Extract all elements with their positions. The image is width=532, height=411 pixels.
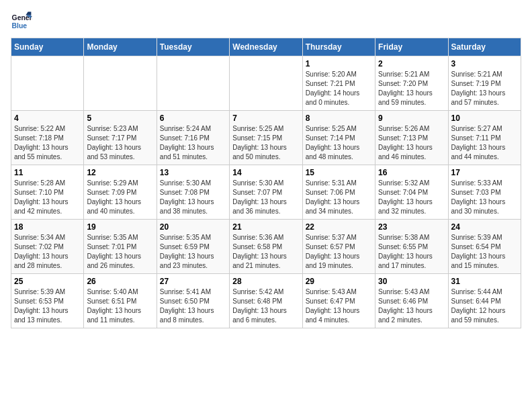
- day-number: 31: [451, 277, 518, 286]
- day-number: 3: [451, 59, 518, 68]
- calendar-header-row: SundayMondayTuesdayWednesdayThursdayFrid…: [11, 38, 521, 56]
- daylight-text: Daylight: 13 hours and 21 minutes.: [232, 252, 299, 271]
- calendar-cell: [157, 56, 229, 111]
- day-info: Sunrise: 5:35 AMSunset: 7:01 PMDaylight:…: [87, 233, 153, 271]
- daylight-text: Daylight: 13 hours and 57 minutes.: [451, 89, 518, 107]
- sunset-text: Sunset: 7:21 PM: [306, 79, 372, 89]
- sunset-text: Sunset: 7:07 PM: [232, 188, 299, 197]
- day-number: 14: [232, 168, 299, 177]
- day-number: 8: [306, 113, 372, 123]
- calendar-cell: 4Sunrise: 5:22 AMSunset: 7:18 PMDaylight…: [11, 111, 84, 165]
- calendar-cell: 15Sunrise: 5:31 AMSunset: 7:06 PMDayligh…: [302, 165, 375, 220]
- day-info: Sunrise: 5:34 AMSunset: 7:02 PMDaylight:…: [14, 233, 81, 271]
- sunset-text: Sunset: 7:09 PM: [87, 188, 153, 197]
- sunrise-text: Sunrise: 5:43 AM: [378, 287, 445, 297]
- sunset-text: Sunset: 6:46 PM: [378, 297, 445, 306]
- sunset-text: Sunset: 6:58 PM: [232, 242, 299, 252]
- sunset-text: Sunset: 7:20 PM: [378, 79, 445, 89]
- sunrise-text: Sunrise: 5:22 AM: [14, 124, 81, 134]
- daylight-text: Daylight: 13 hours and 13 minutes.: [14, 306, 81, 325]
- sunset-text: Sunset: 6:50 PM: [160, 297, 226, 306]
- calendar-cell: 12Sunrise: 5:29 AMSunset: 7:09 PMDayligh…: [84, 165, 157, 220]
- day-number: 16: [378, 168, 445, 177]
- calendar-cell: 18Sunrise: 5:34 AMSunset: 7:02 PMDayligh…: [11, 220, 84, 274]
- day-info: Sunrise: 5:33 AMSunset: 7:03 PMDaylight:…: [451, 179, 518, 216]
- sunrise-text: Sunrise: 5:29 AM: [87, 179, 153, 188]
- day-number: 19: [87, 222, 153, 232]
- day-info: Sunrise: 5:23 AMSunset: 7:17 PMDaylight:…: [87, 124, 153, 162]
- day-number: 23: [378, 222, 445, 232]
- daylight-text: Daylight: 13 hours and 28 minutes.: [14, 252, 81, 271]
- day-info: Sunrise: 5:43 AMSunset: 6:46 PMDaylight:…: [378, 287, 445, 325]
- day-info: Sunrise: 5:43 AMSunset: 6:47 PMDaylight:…: [306, 287, 372, 325]
- sunset-text: Sunset: 7:11 PM: [451, 134, 518, 143]
- sunrise-text: Sunrise: 5:40 AM: [87, 287, 153, 297]
- calendar-cell: 26Sunrise: 5:40 AMSunset: 6:51 PMDayligh…: [84, 274, 157, 328]
- sunset-text: Sunset: 6:57 PM: [306, 242, 372, 252]
- daylight-text: Daylight: 13 hours and 44 minutes.: [451, 143, 518, 162]
- calendar-cell: 22Sunrise: 5:37 AMSunset: 6:57 PMDayligh…: [302, 220, 375, 274]
- sunset-text: Sunset: 6:47 PM: [306, 297, 372, 306]
- sunrise-text: Sunrise: 5:34 AM: [14, 233, 81, 242]
- daylight-text: Daylight: 13 hours and 19 minutes.: [306, 252, 372, 271]
- sunrise-text: Sunrise: 5:28 AM: [14, 179, 81, 188]
- sunset-text: Sunset: 7:15 PM: [232, 134, 299, 143]
- sunrise-text: Sunrise: 5:41 AM: [160, 287, 226, 297]
- sunrise-text: Sunrise: 5:38 AM: [378, 233, 445, 242]
- sunset-text: Sunset: 6:54 PM: [451, 242, 518, 252]
- page-header: General Blue: [11, 11, 521, 32]
- daylight-text: Daylight: 13 hours and 40 minutes.: [87, 197, 153, 216]
- sunrise-text: Sunrise: 5:35 AM: [87, 233, 153, 242]
- day-info: Sunrise: 5:38 AMSunset: 6:55 PMDaylight:…: [378, 233, 445, 271]
- calendar-cell: 21Sunrise: 5:36 AMSunset: 6:58 PMDayligh…: [230, 220, 302, 274]
- day-number: 15: [306, 168, 372, 177]
- day-info: Sunrise: 5:28 AMSunset: 7:10 PMDaylight:…: [14, 179, 81, 216]
- sunset-text: Sunset: 7:08 PM: [160, 188, 226, 197]
- daylight-text: Daylight: 13 hours and 23 minutes.: [160, 252, 226, 271]
- daylight-text: Daylight: 13 hours and 17 minutes.: [378, 252, 445, 271]
- calendar-week-2: 4Sunrise: 5:22 AMSunset: 7:18 PMDaylight…: [11, 111, 521, 165]
- svg-text:Blue: Blue: [12, 22, 28, 30]
- calendar-cell: 16Sunrise: 5:32 AMSunset: 7:04 PMDayligh…: [375, 165, 448, 220]
- sunset-text: Sunset: 7:18 PM: [14, 134, 81, 143]
- sunrise-text: Sunrise: 5:42 AM: [232, 287, 299, 297]
- sunrise-text: Sunrise: 5:25 AM: [306, 124, 372, 134]
- weekday-header-monday: Monday: [84, 38, 157, 56]
- sunrise-text: Sunrise: 5:20 AM: [306, 70, 372, 79]
- sunset-text: Sunset: 7:10 PM: [14, 188, 81, 197]
- day-number: 29: [306, 277, 372, 286]
- calendar-cell: 1Sunrise: 5:20 AMSunset: 7:21 PMDaylight…: [302, 56, 375, 111]
- calendar-cell: 2Sunrise: 5:21 AMSunset: 7:20 PMDaylight…: [375, 56, 448, 111]
- day-number: 1: [306, 59, 372, 68]
- logo: General Blue: [11, 11, 35, 32]
- calendar-cell: [84, 56, 157, 111]
- day-info: Sunrise: 5:25 AMSunset: 7:15 PMDaylight:…: [232, 124, 299, 162]
- day-info: Sunrise: 5:24 AMSunset: 7:16 PMDaylight:…: [160, 124, 226, 162]
- sunset-text: Sunset: 6:53 PM: [14, 297, 81, 306]
- sunrise-text: Sunrise: 5:32 AM: [378, 179, 445, 188]
- sunset-text: Sunset: 7:04 PM: [378, 188, 445, 197]
- daylight-text: Daylight: 13 hours and 51 minutes.: [160, 143, 226, 162]
- day-number: 11: [14, 168, 81, 177]
- sunset-text: Sunset: 6:59 PM: [160, 242, 226, 252]
- daylight-text: Daylight: 13 hours and 55 minutes.: [14, 143, 81, 162]
- day-number: 13: [160, 168, 226, 177]
- calendar-cell: 9Sunrise: 5:26 AMSunset: 7:13 PMDaylight…: [375, 111, 448, 165]
- calendar-cell: 17Sunrise: 5:33 AMSunset: 7:03 PMDayligh…: [448, 165, 521, 220]
- day-info: Sunrise: 5:21 AMSunset: 7:20 PMDaylight:…: [378, 70, 445, 107]
- calendar-cell: 6Sunrise: 5:24 AMSunset: 7:16 PMDaylight…: [157, 111, 229, 165]
- day-info: Sunrise: 5:44 AMSunset: 6:44 PMDaylight:…: [451, 287, 518, 325]
- calendar-cell: 27Sunrise: 5:41 AMSunset: 6:50 PMDayligh…: [157, 274, 229, 328]
- daylight-text: Daylight: 13 hours and 2 minutes.: [378, 306, 445, 325]
- daylight-text: Daylight: 13 hours and 38 minutes.: [160, 197, 226, 216]
- weekday-header-thursday: Thursday: [302, 38, 375, 56]
- calendar-table: SundayMondayTuesdayWednesdayThursdayFrid…: [11, 38, 521, 328]
- day-info: Sunrise: 5:29 AMSunset: 7:09 PMDaylight:…: [87, 179, 153, 216]
- day-info: Sunrise: 5:22 AMSunset: 7:18 PMDaylight:…: [14, 124, 81, 162]
- sunrise-text: Sunrise: 5:26 AM: [378, 124, 445, 134]
- day-info: Sunrise: 5:40 AMSunset: 6:51 PMDaylight:…: [87, 287, 153, 325]
- calendar-week-4: 18Sunrise: 5:34 AMSunset: 7:02 PMDayligh…: [11, 220, 521, 274]
- sunset-text: Sunset: 7:03 PM: [451, 188, 518, 197]
- day-number: 17: [451, 168, 518, 177]
- day-number: 26: [87, 277, 153, 286]
